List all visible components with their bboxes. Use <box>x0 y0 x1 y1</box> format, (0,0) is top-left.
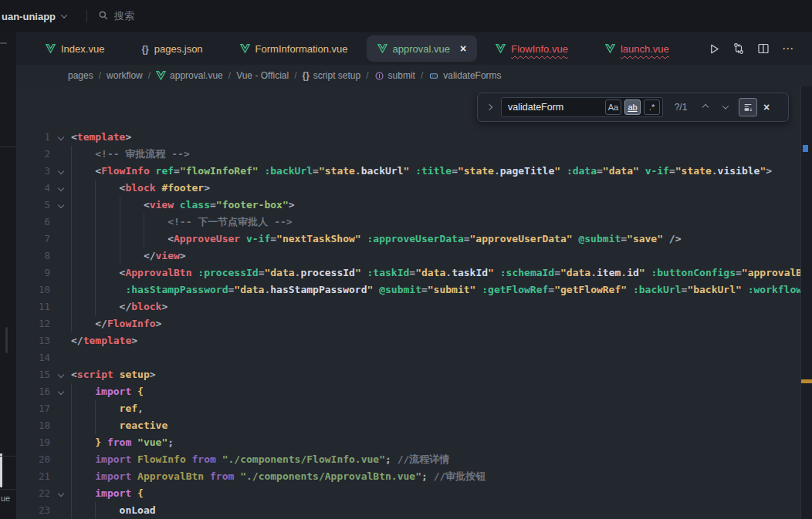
code-line[interactable]: 23onLoad <box>16 502 812 519</box>
code-text[interactable]: import { <box>71 383 144 400</box>
search-bar[interactable]: 搜索 <box>98 9 134 23</box>
breadcrumb-item-workflow[interactable]: workflow <box>107 70 143 81</box>
left-panel: ue <box>0 32 16 519</box>
fold-chevron-icon[interactable] <box>50 129 71 146</box>
code-line[interactable]: 7<ApproveUser v-if="nextTaskShow" :appro… <box>16 231 812 248</box>
tab-launch-vue[interactable]: launch.vue <box>587 35 688 62</box>
tab-pages-json[interactable]: {}pages.json <box>123 35 221 62</box>
editor-pane[interactable]: 1<template>2<!-- 审批流程 -->3<FlowInfo ref=… <box>16 86 812 519</box>
code-line[interactable]: 4<block #footer> <box>16 180 812 197</box>
more-actions-icon[interactable]: ⋯ <box>781 42 795 56</box>
left-panel-scrollbar[interactable] <box>0 453 2 487</box>
tab-label: FormInformation.vue <box>255 43 348 55</box>
editor-scrollbar[interactable] <box>800 86 812 519</box>
tab-forminformation-vue[interactable]: FormInformation.vue <box>222 35 367 62</box>
code-line[interactable]: 18reactive <box>16 417 812 434</box>
left-panel-truncated-item[interactable]: ue <box>1 494 10 503</box>
code-text[interactable]: import { <box>71 485 144 502</box>
code-line[interactable]: 8</view> <box>16 248 812 265</box>
scrollbar-marker-orange <box>801 379 812 383</box>
code-text[interactable]: </view> <box>71 248 186 265</box>
code-line[interactable]: 22import { <box>16 485 812 502</box>
compare-changes-icon[interactable] <box>732 42 746 56</box>
code-text[interactable]: <script setup> <box>71 366 156 383</box>
code-area[interactable]: 1<template>2<!-- 审批流程 -->3<FlowInfo ref=… <box>16 86 812 519</box>
code-text[interactable]: :hasStampPassword="data.hasStampPassword… <box>71 281 812 298</box>
indent-guide <box>71 383 95 400</box>
code-text[interactable]: </block> <box>71 298 167 315</box>
whole-word-toggle[interactable]: ab <box>624 99 641 115</box>
code-text[interactable]: <ApproveUser v-if="nextTaskShow" :approv… <box>71 231 682 248</box>
code-line[interactable]: 1<template> <box>16 129 812 146</box>
code-line[interactable]: 12</FlowInfo> <box>16 315 812 332</box>
code-text[interactable]: <!-- 下一节点审批人 --> <box>71 214 293 231</box>
line-number: 11 <box>16 298 50 315</box>
fold-chevron-icon[interactable] <box>50 485 71 502</box>
code-line[interactable]: 21import ApprovalBtn from "./components/… <box>16 468 812 485</box>
code-line[interactable]: 15<script setup> <box>16 366 812 383</box>
next-match-button[interactable] <box>719 100 732 114</box>
code-line[interactable]: 20import FlowInfo from "./components/Flo… <box>16 451 812 468</box>
previous-match-button[interactable] <box>699 100 712 114</box>
code-text[interactable]: onLoad <box>71 502 156 519</box>
code-text[interactable]: <FlowInfo ref="flowInfoRef" :backUrl="st… <box>71 163 772 180</box>
breadcrumb-item-approval-vue[interactable]: approval.vue <box>156 70 223 81</box>
line-number: 5 <box>16 197 50 214</box>
breadcrumb-item-pages[interactable]: pages <box>68 70 93 81</box>
code-line[interactable]: 10 :hasStampPassword="data.hasStampPassw… <box>16 281 812 298</box>
braces-icon: {} <box>141 43 148 55</box>
code-text[interactable]: import FlowInfo from "./components/FlowI… <box>71 451 449 468</box>
fold-column <box>50 231 71 248</box>
breadcrumb-item-vue-official[interactable]: Vue - Official <box>236 70 289 81</box>
close-find-icon[interactable]: × <box>763 101 770 113</box>
project-menu[interactable]: uan-uniapp <box>0 11 66 22</box>
code-line[interactable]: 3<FlowInfo ref="flowInfoRef" :backUrl="s… <box>16 163 812 180</box>
code-line[interactable]: 13</template> <box>16 332 812 349</box>
indent-guide <box>120 214 144 231</box>
find-input[interactable] <box>508 102 602 113</box>
code-line[interactable]: 2<!-- 审批流程 --> <box>16 146 812 163</box>
code-text[interactable]: </template> <box>71 332 137 349</box>
code-text[interactable]: ref, <box>71 400 144 417</box>
code-line[interactable]: 19} from "vue"; <box>16 434 812 451</box>
code-text[interactable]: <view class="footer-box"> <box>71 197 295 214</box>
breadcrumb-item-validateforms[interactable]: validateForms <box>428 70 501 81</box>
code-line[interactable]: 9<ApprovalBtn :processId="data.processId… <box>16 265 812 281</box>
line-number: 13 <box>16 332 50 349</box>
run-icon[interactable] <box>707 42 721 56</box>
regex-toggle[interactable]: .* <box>644 99 660 115</box>
fold-chevron-icon[interactable] <box>50 163 71 180</box>
code-line[interactable]: 6<!-- 下一节点审批人 --> <box>16 214 812 231</box>
indent-guide <box>95 248 119 265</box>
match-case-toggle[interactable]: Aa <box>605 99 621 115</box>
code-text[interactable]: reactive <box>71 417 167 434</box>
code-text[interactable]: } from "vue"; <box>71 434 174 451</box>
code-text[interactable]: <block #footer> <box>71 180 210 197</box>
breadcrumb-item-submit[interactable]: submit <box>374 70 415 81</box>
breadcrumb-label: workflow <box>107 70 143 81</box>
code-line[interactable]: 5<view class="footer-box"> <box>16 197 812 214</box>
code-text[interactable]: </FlowInfo> <box>71 315 161 332</box>
breadcrumb-item-script-setup[interactable]: {}script setup <box>303 70 361 81</box>
fold-chevron-icon[interactable] <box>50 180 71 197</box>
code-line[interactable]: 14 <box>16 349 812 366</box>
find-in-selection-toggle[interactable] <box>739 98 757 116</box>
fold-chevron-icon[interactable] <box>50 197 71 214</box>
tab-flowinfo-vue[interactable]: FlowInfo.vue <box>477 35 587 62</box>
tab-approval-vue[interactable]: approval.vue× <box>367 35 478 62</box>
code-line[interactable]: 17ref, <box>16 400 812 417</box>
fold-chevron-icon[interactable] <box>50 383 71 400</box>
code-text[interactable]: <ApprovalBtn :processId="data.processId"… <box>71 265 812 281</box>
tab-index-vue[interactable]: Index.vue <box>27 35 123 62</box>
code-line[interactable]: 16import { <box>16 383 812 400</box>
close-icon[interactable]: × <box>460 43 466 54</box>
split-editor-icon[interactable] <box>756 42 770 56</box>
fold-chevron-icon[interactable] <box>50 366 71 383</box>
vscode-window: uan-uniapp 搜索 ue Index.vue{}pages.json <box>0 0 812 519</box>
breadcrumb: pages/workflow/approval.vue/Vue - Offici… <box>16 65 812 86</box>
toggle-replace-button[interactable] <box>484 105 495 110</box>
code-text[interactable]: <template> <box>71 129 131 146</box>
code-text[interactable]: <!-- 审批流程 --> <box>71 146 190 163</box>
code-line[interactable]: 11</block> <box>16 298 812 315</box>
code-text[interactable]: import ApprovalBtn from "./components/Ap… <box>71 468 486 485</box>
